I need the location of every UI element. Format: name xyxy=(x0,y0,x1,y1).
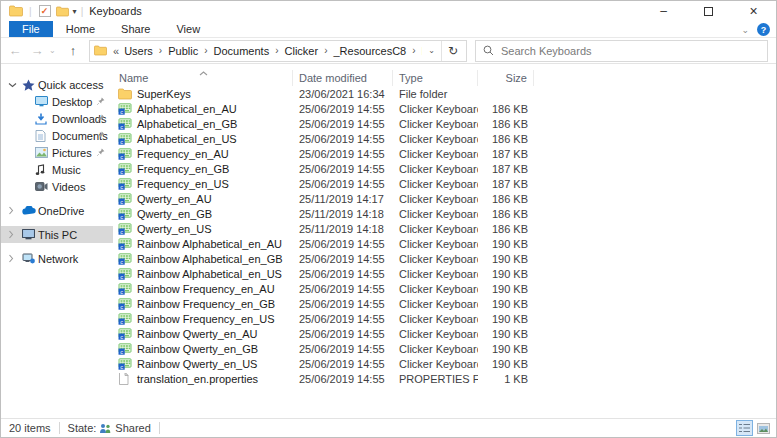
file-row[interactable]: SuperKeys23/06/2021 16:34File folder xyxy=(113,86,776,101)
file-row[interactable]: cQwerty_en_US25/11/2019 14:18Clicker Key… xyxy=(113,221,776,236)
file-date-modified: 25/06/2019 14:55 xyxy=(293,148,393,160)
breadcrumb-separator-icon[interactable]: › xyxy=(320,45,331,56)
address-bar[interactable]: «Users›Public›Documents›Clicker›_Resourc… xyxy=(89,40,467,62)
breadcrumb-item[interactable]: Clicker xyxy=(283,45,321,57)
address-dropdown-chevron-icon[interactable]: ⌄ xyxy=(422,46,441,55)
customize-quick-access-chevron-icon[interactable]: ▾ xyxy=(73,7,77,16)
keyboard-icon: c xyxy=(118,148,132,160)
breadcrumb-item[interactable]: _ResourcesC8 xyxy=(331,45,408,57)
file-row[interactable]: cRainbow Qwerty_en_GB25/06/2019 14:55Cli… xyxy=(113,341,776,356)
file-row[interactable]: cRainbow Alphabetical_en_US25/06/2019 14… xyxy=(113,266,776,281)
new-folder-quick-button[interactable] xyxy=(54,3,72,19)
file-row[interactable]: cAlphabetical_en_AU25/06/2019 14:55Click… xyxy=(113,101,776,116)
file-row[interactable]: cRainbow Frequency_en_US25/06/2019 14:55… xyxy=(113,311,776,326)
sidebar-item-music[interactable]: Music xyxy=(1,161,113,178)
column-header-type[interactable]: Type xyxy=(393,70,478,86)
forward-icon[interactable]: → xyxy=(27,43,47,58)
tab-view[interactable]: View xyxy=(163,21,213,37)
file-row[interactable]: cRainbow Frequency_en_GB25/06/2019 14:55… xyxy=(113,296,776,311)
back-icon[interactable]: ← xyxy=(5,43,25,58)
file-row[interactable]: cFrequency_en_GB25/06/2019 14:55Clicker … xyxy=(113,161,776,176)
svg-text:c: c xyxy=(120,348,123,354)
file-row[interactable]: cAlphabetical_en_US25/06/2019 14:55Click… xyxy=(113,131,776,146)
sidebar-item-pictures[interactable]: Pictures xyxy=(1,144,113,161)
file-row[interactable]: cQwerty_en_AU25/11/2019 14:17Clicker Key… xyxy=(113,191,776,206)
pin-icon xyxy=(97,114,105,122)
breadcrumb-item[interactable]: Users xyxy=(122,45,155,57)
breadcrumb-overflow-icon[interactable]: « xyxy=(109,45,122,57)
sidebar-item-quick-access[interactable]: Quick access xyxy=(1,76,113,93)
file-type: Clicker Keyboard xyxy=(393,193,478,205)
ribbon-tab-row: FileHomeShareView ⌄ ? xyxy=(1,21,776,38)
search-input[interactable] xyxy=(501,45,760,57)
file-type: Clicker Keyboard xyxy=(393,133,478,145)
file-type: Clicker Keyboard xyxy=(393,328,478,340)
keyboard-icon: c xyxy=(118,193,132,205)
sidebar-item-onedrive[interactable]: OneDrive xyxy=(1,202,113,219)
file-size: 1 KB xyxy=(478,373,534,385)
file-name: Alphabetical_en_US xyxy=(137,133,237,145)
file-type: Clicker Keyboard xyxy=(393,343,478,355)
file-name: Frequency_en_AU xyxy=(137,148,229,160)
expand-ribbon-chevron-icon[interactable]: ⌄ xyxy=(741,25,749,35)
breadcrumb-separator-icon[interactable]: › xyxy=(200,45,211,56)
tab-home[interactable]: Home xyxy=(53,21,108,37)
breadcrumb-separator-icon[interactable]: › xyxy=(408,45,419,56)
thumbnail-view-button[interactable] xyxy=(755,420,772,436)
help-icon[interactable]: ? xyxy=(757,23,770,36)
svg-text:c: c xyxy=(120,303,123,309)
breadcrumb-separator-icon[interactable]: › xyxy=(271,45,282,56)
file-type: Clicker Keyboard xyxy=(393,283,478,295)
properties-quick-button[interactable]: ✓ xyxy=(36,3,54,19)
tab-file[interactable]: File xyxy=(9,21,53,37)
sidebar-item-downloads[interactable]: Downloads xyxy=(1,110,113,127)
file-row[interactable]: cFrequency_en_US25/06/2019 14:55Clicker … xyxy=(113,176,776,191)
sidebar-item-this-pc[interactable]: This PC xyxy=(1,226,113,243)
breadcrumb-item[interactable]: Public xyxy=(166,45,200,57)
file-name: Rainbow Alphabetical_en_GB xyxy=(137,253,283,265)
file-row[interactable]: cRainbow Alphabetical_en_GB25/06/2019 14… xyxy=(113,251,776,266)
file-size: 190 KB xyxy=(478,313,534,325)
maximize-button[interactable] xyxy=(686,1,731,21)
window-title: Keyboards xyxy=(89,5,142,17)
minimize-button[interactable]: – xyxy=(641,1,686,21)
close-button[interactable]: × xyxy=(731,1,776,21)
sidebar-item-documents[interactable]: Documents xyxy=(1,127,113,144)
keyboard-icon: c xyxy=(118,133,132,145)
properties-check-icon: ✓ xyxy=(39,5,51,17)
column-header-size[interactable]: Size xyxy=(478,70,534,86)
svg-text:c: c xyxy=(120,288,123,294)
file-type: Clicker Keyboard xyxy=(393,103,478,115)
svg-text:c: c xyxy=(120,213,123,219)
svg-text:c: c xyxy=(120,183,123,189)
sidebar-item-desktop[interactable]: Desktop xyxy=(1,93,113,110)
breadcrumb-item[interactable]: Documents xyxy=(212,45,272,57)
file-row[interactable]: cQwerty_en_GB25/11/2019 14:18Clicker Key… xyxy=(113,206,776,221)
file-row[interactable]: cRainbow Qwerty_en_AU25/06/2019 14:55Cli… xyxy=(113,326,776,341)
svg-text:c: c xyxy=(120,363,123,369)
keyboard-icon: c xyxy=(118,163,132,175)
details-view-button[interactable] xyxy=(736,420,753,436)
recent-locations-chevron-icon[interactable]: ⌄ xyxy=(49,46,61,55)
file-name: translation_en.properties xyxy=(137,373,258,385)
svg-text:c: c xyxy=(120,258,123,264)
file-date-modified: 25/06/2019 14:55 xyxy=(293,283,393,295)
sidebar-item-videos[interactable]: Videos xyxy=(1,178,113,195)
refresh-icon[interactable]: ↻ xyxy=(442,44,464,58)
sidebar-item-network[interactable]: Network xyxy=(1,250,113,267)
file-size: 187 KB xyxy=(478,163,534,175)
file-row[interactable]: cFrequency_en_AU25/06/2019 14:55Clicker … xyxy=(113,146,776,161)
file-row[interactable]: cAlphabetical_en_GB25/06/2019 14:55Click… xyxy=(113,116,776,131)
file-row[interactable]: translation_en.properties25/06/2019 14:5… xyxy=(113,371,776,386)
tab-share[interactable]: Share xyxy=(108,21,163,37)
keyboard-icon: c xyxy=(118,178,132,190)
file-row[interactable]: cRainbow Alphabetical_en_AU25/06/2019 14… xyxy=(113,236,776,251)
pin-icon xyxy=(97,131,105,139)
file-row[interactable]: cRainbow Qwerty_en_US25/06/2019 14:55Cli… xyxy=(113,356,776,371)
file-row[interactable]: cRainbow Frequency_en_AU25/06/2019 14:55… xyxy=(113,281,776,296)
column-header-date-modified[interactable]: Date modified xyxy=(293,70,393,86)
breadcrumb-separator-icon[interactable]: › xyxy=(155,45,166,56)
up-icon[interactable]: ↑ xyxy=(63,43,83,58)
file-date-modified: 25/06/2019 14:55 xyxy=(293,313,393,325)
file-type: Clicker Keyboard xyxy=(393,178,478,190)
